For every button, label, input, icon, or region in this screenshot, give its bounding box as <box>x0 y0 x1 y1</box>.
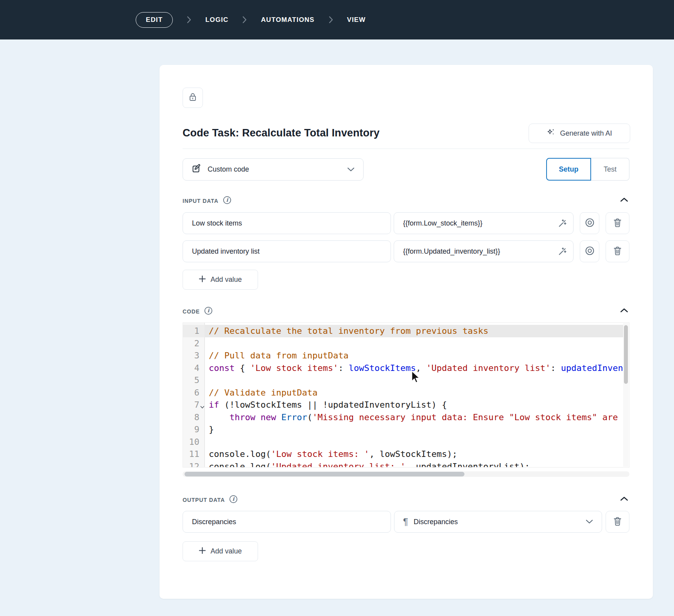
tab-test[interactable]: Test <box>591 158 629 181</box>
chevron-up-icon <box>620 197 628 204</box>
magic-wand-icon[interactable] <box>557 218 567 230</box>
breadcrumb: EDIT LOGIC AUTOMATIONS VIEW <box>136 0 366 39</box>
code-line: 4const { 'Low stock items': lowStockItem… <box>183 362 624 374</box>
line-number: 4 <box>183 362 204 374</box>
fold-chevron-icon[interactable] <box>200 400 204 412</box>
svg-text:i: i <box>226 197 228 203</box>
input-data-label: INPUT DATA <box>183 198 219 204</box>
output-data-label: OUTPUT DATA <box>183 497 225 503</box>
trash-icon <box>613 516 622 528</box>
vertical-scrollbar-thumb[interactable] <box>624 325 628 384</box>
generate-with-ai-button[interactable]: Generate with AI <box>529 124 630 143</box>
code-line-text: // Validate inputData <box>204 387 624 399</box>
line-number: 7 <box>183 399 204 411</box>
svg-text:i: i <box>208 308 210 313</box>
breadcrumb-view[interactable]: VIEW <box>347 16 366 24</box>
page-title: Code Task: Recalculate Total Inventory <box>183 124 380 142</box>
code-lines: 1// Recalculate the total inventory from… <box>183 325 624 467</box>
info-icon[interactable]: i <box>229 495 238 505</box>
code-line-text: // Pull data from inputData <box>204 349 624 362</box>
chevron-up-icon <box>620 307 628 314</box>
eye-icon <box>584 217 595 229</box>
code-line: 2 <box>183 337 624 350</box>
code-line: 12console.log('Updated inventory list: '… <box>183 460 624 468</box>
code-collapse-button[interactable] <box>618 306 629 315</box>
eye-icon <box>584 245 595 258</box>
lock-icon <box>188 92 197 103</box>
trash-icon <box>613 246 622 257</box>
code-editor[interactable]: 1// Recalculate the total inventory from… <box>183 322 629 467</box>
lock-button[interactable] <box>183 88 203 108</box>
input-value-field[interactable] <box>394 212 574 234</box>
plus-icon <box>199 547 206 556</box>
code-line: 6// Validate inputData <box>183 387 624 399</box>
line-number: 3 <box>183 349 204 362</box>
sparkles-icon <box>547 128 556 139</box>
mouse-cursor <box>411 371 421 385</box>
input-data-collapse-button[interactable] <box>618 195 629 205</box>
input-value-wrap <box>394 212 574 234</box>
chevron-right-icon <box>242 16 247 23</box>
code-line-text: if (!lowStockItems || !updatedInventoryL… <box>204 399 624 411</box>
trash-icon <box>613 218 622 229</box>
delete-output-row-button[interactable] <box>606 511 629 533</box>
code-header: CODE i <box>183 307 213 316</box>
text-type-icon: ¶ <box>403 517 408 526</box>
input-name-field[interactable] <box>183 212 391 234</box>
chevron-up-icon <box>620 496 628 503</box>
vertical-scrollbar[interactable] <box>623 323 629 467</box>
line-number: 8 <box>183 411 204 424</box>
horizontal-scrollbar[interactable] <box>183 471 629 477</box>
breadcrumb-automations[interactable]: AUTOMATIONS <box>261 16 314 24</box>
input-value-field[interactable] <box>394 240 574 262</box>
magic-wand-icon[interactable] <box>557 247 567 258</box>
code-line-text <box>204 436 624 448</box>
chevron-down-icon <box>347 166 355 173</box>
code-line: 11console.log('Low stock items: ', lowSt… <box>183 448 624 460</box>
input-data-header: INPUT DATA i <box>183 196 231 206</box>
info-icon[interactable]: i <box>223 196 231 206</box>
add-value-label: Add value <box>210 547 242 555</box>
line-number: 2 <box>183 337 204 350</box>
line-number: 12 <box>183 460 204 468</box>
input-name-field[interactable] <box>183 240 391 262</box>
preview-value-button[interactable] <box>580 240 599 262</box>
line-number: 5 <box>183 374 204 387</box>
info-icon[interactable]: i <box>204 306 213 317</box>
chevron-down-icon <box>586 518 593 525</box>
breadcrumb-edit[interactable]: EDIT <box>136 12 173 28</box>
tab-setup[interactable]: Setup <box>546 158 591 181</box>
preview-value-button[interactable] <box>580 212 599 234</box>
output-data-header: OUTPUT DATA i <box>183 495 238 505</box>
add-output-value-button[interactable]: Add value <box>183 541 258 561</box>
screen: EDIT LOGIC AUTOMATIONS VIEW <box>0 0 674 616</box>
task-type-select[interactable]: Custom code <box>183 158 364 181</box>
code-line-text <box>204 337 624 350</box>
code-line: 7if (!lowStockItems || !updatedInventory… <box>183 399 624 411</box>
output-value-dropdown[interactable]: ¶ Discrepancies <box>394 511 602 533</box>
code-line-text: throw new Error('Missing necessary input… <box>204 411 624 424</box>
code-line: 10 <box>183 436 624 448</box>
output-name-field[interactable] <box>183 511 391 533</box>
code-label: CODE <box>183 308 200 315</box>
svg-text:i: i <box>233 496 235 502</box>
title-divider <box>183 149 629 149</box>
code-line: 9} <box>183 423 624 436</box>
line-number: 1 <box>183 325 204 337</box>
code-line: 5 <box>183 374 624 387</box>
delete-input-row-button[interactable] <box>606 212 629 234</box>
generate-with-ai-label: Generate with AI <box>560 129 612 138</box>
chevron-right-icon <box>187 16 191 23</box>
breadcrumb-logic[interactable]: LOGIC <box>205 16 228 24</box>
add-value-label: Add value <box>210 276 242 284</box>
code-line-text: console.log('Updated inventory list: ', … <box>204 460 624 468</box>
code-line: 3// Pull data from inputData <box>183 349 624 362</box>
line-number: 9 <box>183 423 204 436</box>
task-card: Code Task: Recalculate Total Inventory G… <box>160 65 653 599</box>
code-line-text: console.log('Low stock items: ', lowStoc… <box>204 448 624 460</box>
delete-input-row-button[interactable] <box>606 240 629 262</box>
output-data-collapse-button[interactable] <box>618 494 629 504</box>
add-input-value-button[interactable]: Add value <box>183 270 258 290</box>
output-value-label: Discrepancies <box>414 518 580 526</box>
horizontal-scrollbar-thumb[interactable] <box>185 472 464 476</box>
